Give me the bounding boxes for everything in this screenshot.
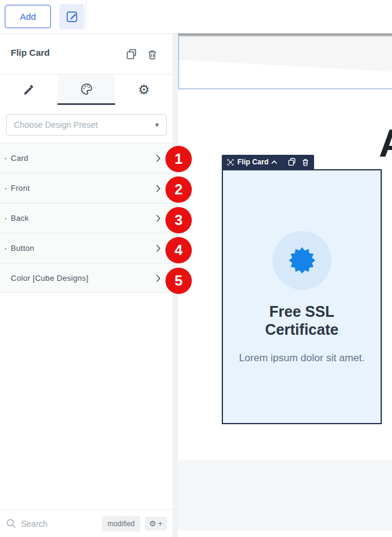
panel-footer: modified ⚙ + <box>0 509 173 537</box>
section-color-cube-designs[interactable]: Color [Cube Designs] <box>0 263 173 293</box>
plus-icon: + <box>158 519 162 528</box>
section-label: Color [Cube Designs] <box>11 274 89 283</box>
seal-badge-icon <box>289 247 315 274</box>
style-sections: Card Front Back Button Color [Cube Desig… <box>0 143 173 293</box>
step-badge-3: 3 <box>165 207 192 233</box>
section-label: Button <box>11 244 34 253</box>
edit-button-wrap <box>58 0 86 34</box>
section-front[interactable]: Front <box>0 173 173 203</box>
tab-advanced[interactable]: ⚙ <box>115 74 173 105</box>
panel-tabs: ⚙ <box>0 74 173 104</box>
edit-button[interactable] <box>59 4 85 29</box>
section-button[interactable]: Button <box>0 233 173 263</box>
pencil-square-icon <box>65 10 79 23</box>
design-preset-select[interactable]: Choose Design Preset ▾ <box>6 114 167 136</box>
modified-dot <box>5 218 7 220</box>
add-button[interactable]: Add <box>5 5 51 28</box>
step-badge-1: 1 <box>165 146 192 172</box>
pencil-icon <box>23 84 35 96</box>
section-label: Front <box>11 184 30 193</box>
trash-icon[interactable] <box>146 49 158 60</box>
move-icon[interactable] <box>227 158 234 166</box>
filter-settings-button[interactable]: ⚙ + <box>145 517 167 530</box>
modified-dot <box>5 248 7 250</box>
palette-icon <box>80 82 94 96</box>
chevron-right-icon <box>156 184 161 193</box>
gear-icon: ⚙ <box>138 83 150 97</box>
widget-toolbar-label: Flip Card <box>237 158 269 166</box>
duplicate-icon[interactable] <box>288 158 296 166</box>
chevron-right-icon <box>156 244 161 253</box>
modified-filter-chip[interactable]: modified <box>102 516 140 532</box>
card-description: Lorem ipsum dolor sit amet. <box>223 352 381 364</box>
section-label: Back <box>11 214 29 223</box>
widget-handle-toolbar[interactable]: Flip Card <box>222 155 314 169</box>
trash-icon[interactable] <box>301 158 309 166</box>
caret-down-icon: ▾ <box>155 121 159 129</box>
design-preset-placeholder: Choose Design Preset <box>14 120 98 130</box>
card-title: Free SSL Certificate <box>223 302 381 338</box>
search-icon <box>6 518 16 529</box>
top-toolbar: Add <box>0 0 392 34</box>
chevron-right-icon <box>156 154 161 163</box>
search-input[interactable] <box>21 519 92 529</box>
tab-content[interactable] <box>0 74 58 105</box>
duplicate-icon[interactable] <box>126 49 137 60</box>
preview-heading-cropped: A <box>379 124 392 163</box>
gear-icon: ⚙ <box>149 519 156 528</box>
step-badge-2: 2 <box>165 176 192 203</box>
shape-divider <box>179 37 392 88</box>
section-card[interactable]: Card <box>0 143 173 173</box>
editor-app: Add Flip Card <box>0 0 392 537</box>
chevron-right-icon <box>156 214 161 223</box>
section-back[interactable]: Back <box>0 203 173 233</box>
card-icon-circle <box>273 231 331 290</box>
preview-canvas: A Flip Card <box>178 34 392 537</box>
tab-style[interactable] <box>58 74 115 105</box>
widget-settings-panel: Flip Card <box>0 34 173 537</box>
step-badge-4: 4 <box>165 237 192 263</box>
modified-dot <box>5 188 7 190</box>
section-label: Card <box>11 154 28 163</box>
step-badge-5: 5 <box>165 268 192 294</box>
panel-title: Flip Card <box>11 47 50 58</box>
chevron-right-icon <box>156 274 161 283</box>
flip-card-widget[interactable]: Free SSL Certificate Lorem ipsum dolor s… <box>222 169 382 424</box>
chevron-up-icon[interactable] <box>271 160 278 164</box>
modified-dot <box>5 158 7 160</box>
preview-section-hero[interactable] <box>178 37 392 89</box>
preview-section-bottom[interactable] <box>178 460 392 531</box>
